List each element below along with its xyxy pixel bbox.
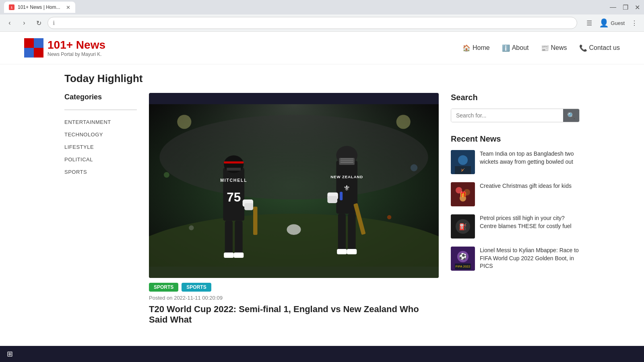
recent-news-item-1: 🏏 Team India on top as Bangladesh two wi… [451,150,580,174]
news-thumb-2: 🎁 [451,182,475,206]
close-icon[interactable]: ✕ [635,4,640,11]
svg-rect-3 [34,48,43,58]
main-nav: 🏠 Home ℹ️ About 📰 News 📞 Contact us [462,44,620,52]
recent-news-title: Recent News [451,134,580,144]
news-icon: 📰 [541,44,549,52]
svg-rect-17 [225,221,233,256]
address-bar[interactable]: ℹ [47,17,577,29]
svg-rect-0 [24,38,34,48]
contact-icon: 📞 [579,44,587,52]
sidebar-item-technology[interactable]: TECHNOLOGY [64,128,137,141]
article-meta: Posted on 2022-11-11 00:20:09 [149,295,439,301]
about-icon: ℹ️ [502,44,510,52]
sidebar-item-sports[interactable]: SPORTS [64,166,137,178]
nav-about-label: About [512,44,529,51]
svg-point-43 [387,215,392,220]
svg-point-41 [164,172,169,178]
page-title: Today Highlight [64,72,580,85]
svg-rect-34 [348,214,355,253]
svg-text:MITCHELL: MITCHELL [220,178,247,183]
svg-rect-16 [253,207,258,235]
toolbar-right: ☰ 👤 Guest ⋮ [584,17,640,29]
svg-text:FIFA 2022: FIFA 2022 [456,265,471,268]
search-section: Search 🔍 [451,93,580,122]
news-item-text-2[interactable]: Creative Christmas gift ideas for kids [480,182,572,190]
article-image-svg: 75 MITCHELL [149,93,439,278]
minimize-icon[interactable]: — [610,4,616,11]
main-article: 75 MITCHELL [149,93,439,325]
browser-toolbar: ‹ › ↻ ℹ ☰ 👤 Guest ⋮ [0,14,644,31]
search-input[interactable] [451,109,563,122]
news-item-text-3[interactable]: Petrol prices still high in your city? C… [480,214,580,230]
tag-sports-1[interactable]: SPORTS [149,283,178,292]
nav-home-label: Home [473,44,490,51]
sidebar-title: Categories [64,93,137,101]
news-item-text-4[interactable]: Lionel Messi to Kylian Mbappe: Race to F… [480,247,580,270]
svg-rect-35 [337,249,347,254]
news-thumb-3: ⛽ [451,214,475,239]
news-thumb-3-img: ⛽ [451,214,475,239]
svg-text:⛽: ⛽ [459,223,467,230]
svg-rect-15 [244,203,253,210]
forward-button[interactable]: › [19,17,30,29]
svg-rect-20 [234,253,244,258]
nav-contact[interactable]: 📞 Contact us [579,44,620,52]
user-chip[interactable]: 👤 Guest [599,18,625,28]
back-button[interactable]: ‹ [4,17,15,29]
news-item-text-1[interactable]: Team India on top as Bangladesh two wick… [480,150,580,166]
logo-title: 101+ News [47,39,105,51]
page-content: 101+ News News Portal by Mayuri K. 🏠 Hom… [0,32,644,333]
main-wrapper: Today Highlight Categories ENTERTAINMENT… [40,64,604,333]
article-image: 75 MITCHELL [149,93,439,278]
sidebar-divider [64,109,137,110]
nav-home[interactable]: 🏠 Home [462,44,490,52]
news-thumb-1-img: 🏏 [451,150,475,174]
content-grid: Categories ENTERTAINMENT TECHNOLOGY LIFE… [64,93,580,325]
svg-rect-13 [224,161,244,163]
browser-tab[interactable]: 1 101+ News | Hom... ✕ [4,2,75,13]
nav-about[interactable]: ℹ️ About [502,44,529,52]
svg-point-42 [411,164,418,171]
article-headline[interactable]: T20 World Cup 2022: Semi-final 1, Englan… [149,304,439,325]
svg-text:NEW ZEALAND: NEW ZEALAND [330,175,363,179]
window-controls: — ❐ ✕ [610,4,640,11]
recent-news-section: Recent News 🏏 Team India on top as Bangl… [451,134,580,271]
logo-prefix: 101+ [47,39,73,51]
svg-rect-31 [327,196,337,203]
logo-icon [24,38,43,58]
svg-point-38 [287,224,301,235]
search-button[interactable]: 🔍 [563,109,579,122]
logo-name: News [73,39,105,51]
svg-rect-33 [338,214,346,253]
sidebar-item-political[interactable]: POLITICAL [64,153,137,166]
left-sidebar: Categories ENTERTAINMENT TECHNOLOGY LIFE… [64,93,137,325]
tag-sports-2[interactable]: SPORTS [182,283,211,292]
user-label: Guest [611,20,625,26]
more-menu-button[interactable]: ⋮ [629,17,640,29]
article-tags: SPORTS SPORTS [149,283,439,292]
home-icon: 🏠 [462,44,471,52]
search-box: 🔍 [451,109,580,122]
tab-title: 101+ News | Hom... [18,4,60,10]
svg-point-6 [159,115,428,200]
news-thumb-1: 🏏 [451,150,475,174]
svg-point-46 [458,155,468,165]
sidebar-item-entertainment[interactable]: ENTERTAINMENT [64,116,137,128]
restore-icon[interactable]: ❐ [623,4,628,11]
recent-news-item-2: 🎁 Creative Christmas gift ideas for kids [451,182,580,206]
logo-area: 101+ News News Portal by Mayuri K. [24,38,105,58]
tab-close-button[interactable]: ✕ [66,4,70,10]
sidebar-item-lifestyle[interactable]: LIFESTYLE [64,141,137,153]
nav-news[interactable]: 📰 News [541,44,567,52]
recent-news-item-3: ⛽ Petrol prices still high in your city?… [451,214,580,239]
refresh-button[interactable]: ↻ [33,17,44,29]
svg-point-40 [396,115,411,129]
nav-contact-label: Contact us [589,44,620,51]
tab-favicon: 1 [9,4,14,10]
user-avatar-icon: 👤 [599,18,609,28]
news-thumb-4-img: ⚽ FIFA 2022 [451,247,475,271]
browser-chrome: 1 101+ News | Hom... ✕ — ❐ ✕ ‹ › ↻ ℹ ☰ 👤… [0,0,644,32]
bookmarks-button[interactable]: ☰ [584,17,595,29]
svg-rect-1 [34,38,43,48]
recent-news-item-4: ⚽ FIFA 2022 Lionel Messi to Kylian Mbapp… [451,247,580,271]
